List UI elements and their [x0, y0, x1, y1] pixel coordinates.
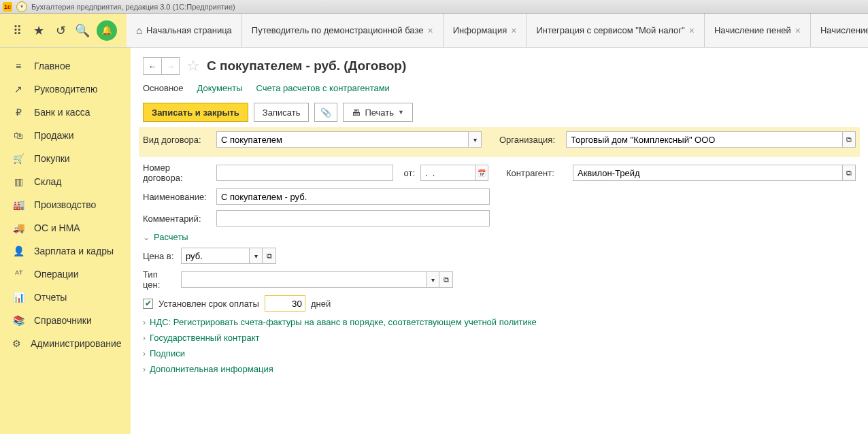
button-label: Печать [365, 107, 394, 118]
attach-button[interactable]: 📎 [314, 103, 337, 122]
sidebar-item-main[interactable]: ≡Главное [0, 54, 131, 78]
tab-info[interactable]: Информация × [444, 14, 527, 47]
sidebar-item-manager[interactable]: ↗Руководителю [0, 78, 131, 101]
label-number: Номер договора: [143, 163, 211, 183]
truck-icon: 🚚 [12, 222, 24, 233]
section-gov[interactable]: › Государственный контракт [143, 333, 856, 343]
comment-input[interactable] [216, 210, 490, 227]
chart-up-icon: ↗ [12, 84, 24, 95]
kind-input[interactable] [216, 131, 468, 148]
date-input[interactable] [420, 165, 475, 181]
history-icon[interactable]: ↺ [53, 23, 68, 38]
partner-input[interactable] [573, 165, 842, 181]
home-icon: ⌂ [136, 24, 142, 36]
term-set-checkbox[interactable]: ✔ [143, 299, 153, 309]
partner-select[interactable]: ⧉ [573, 165, 856, 181]
close-icon[interactable]: × [689, 25, 695, 36]
chevron-right-icon: › [143, 333, 146, 343]
factory-icon: 🏭 [12, 199, 24, 210]
tab-bar: ⌂ Начальная страница Путеводитель по дем… [127, 14, 868, 47]
tab-label: Путеводитель по демонстрационной базе [252, 25, 424, 35]
sidebar-item-bank[interactable]: ₽Банк и касса [0, 101, 131, 124]
sidebar-item-refs[interactable]: 📚Справочники [0, 309, 131, 332]
currency-select[interactable]: ▾ ⧉ [181, 248, 276, 264]
save-and-close-button[interactable]: Записать и закрыть [143, 103, 248, 122]
grid-icon[interactable]: ⠿ [10, 23, 24, 38]
kind-select[interactable]: ▾ [216, 131, 482, 148]
close-icon[interactable]: × [511, 25, 516, 36]
currency-input[interactable] [181, 248, 249, 264]
price-type-input[interactable] [181, 271, 426, 288]
label-price-in: Цена в: [143, 251, 176, 261]
sidebar-item-warehouse[interactable]: ▥Склад [0, 170, 131, 193]
date-field[interactable]: 📅 [420, 165, 488, 181]
open-icon[interactable]: ⧉ [263, 248, 276, 264]
sidebar-item-purchases[interactable]: 🛒Покупки [0, 147, 131, 170]
sidebar-label: Отчеты [34, 292, 67, 303]
titlebar: 1c ▾ Бухгалтерия предприятия, редакция 3… [0, 0, 868, 14]
boxes-icon: ▥ [12, 176, 24, 187]
sidebar-label: Администрирование [31, 338, 122, 349]
org-input[interactable] [566, 131, 842, 148]
app-title: Бухгалтерия предприятия, редакция 3.0 (1… [31, 3, 235, 11]
save-button[interactable]: Записать [254, 103, 310, 122]
ruble-icon: ₽ [12, 107, 24, 118]
term-days-input[interactable] [265, 295, 305, 312]
sidebar-item-salary[interactable]: 👤Зарплата и кадры [0, 239, 131, 263]
sidebar-label: Банк и касса [34, 107, 90, 118]
books-icon: 📚 [12, 315, 24, 326]
notifications-bell-icon[interactable]: 🔔 [97, 20, 117, 41]
sidebar-item-reports[interactable]: 📊Отчеты [0, 286, 131, 309]
tab-penalties-2[interactable]: Начисление пеней [811, 14, 868, 47]
chevron-down-icon[interactable]: ▾ [249, 248, 263, 264]
chevron-down-icon[interactable]: ▾ [468, 131, 482, 148]
sidebar: ≡Главное ↗Руководителю ₽Банк и касса 🛍Пр… [0, 48, 131, 434]
calendar-icon[interactable]: 📅 [475, 165, 488, 181]
subtab-main[interactable]: Основное [143, 83, 184, 93]
tab-penalties-1[interactable]: Начисление пеней × [705, 14, 811, 47]
section-nds[interactable]: › НДС: Регистрировать счета-фактуры на а… [143, 317, 856, 327]
close-icon[interactable]: × [428, 25, 433, 36]
subtab-accounts[interactable]: Счета расчетов с контрагентами [256, 83, 390, 93]
chevron-down-icon[interactable]: ▾ [426, 271, 439, 288]
section-extra[interactable]: › Дополнительная информация [143, 364, 856, 374]
sidebar-item-production[interactable]: 🏭Производство [0, 193, 131, 216]
tab-home[interactable]: ⌂ Начальная страница [127, 14, 242, 47]
document-title: С покупателем - руб. (Договор) [207, 59, 406, 73]
name-input[interactable] [216, 188, 490, 205]
app-menu-dropdown[interactable]: ▾ [16, 1, 27, 12]
sidebar-item-assets[interactable]: 🚚ОС и НМА [0, 216, 131, 239]
section-calc[interactable]: ⌄ Расчеты [143, 232, 856, 242]
section-label: Государственный контракт [150, 333, 259, 343]
star-icon[interactable]: ★ [31, 23, 46, 38]
org-select[interactable]: ⧉ [566, 131, 856, 148]
search-icon[interactable]: 🔍 [75, 23, 90, 38]
tab-guide[interactable]: Путеводитель по демонстрационной базе × [242, 14, 444, 47]
number-input[interactable] [216, 165, 393, 181]
open-icon[interactable]: ⧉ [842, 131, 856, 148]
tab-label: Начисление пеней [714, 25, 791, 35]
section-label: НДС: Регистрировать счета-фактуры на ава… [150, 317, 537, 327]
main-area: ≡Главное ↗Руководителю ₽Банк и касса 🛍Пр… [0, 48, 868, 434]
tab-integration[interactable]: Интеграция с сервисом "Мой налог" × [527, 14, 704, 47]
chevron-down-icon: ⌄ [143, 233, 150, 242]
forward-button[interactable]: → [161, 58, 179, 74]
price-type-select[interactable]: ▾ ⧉ [181, 271, 453, 288]
subtab-docs[interactable]: Документы [197, 83, 243, 93]
section-label: Дополнительная информация [150, 364, 273, 374]
top-toolbar: ⠿ ★ ↺ 🔍 🔔 ⌂ Начальная страница Путеводит… [0, 14, 868, 48]
section-sign[interactable]: › Подписи [143, 348, 856, 358]
button-label: Записать и закрыть [152, 107, 239, 118]
sidebar-item-operations[interactable]: ᴬᵀОперации [0, 263, 131, 286]
close-icon[interactable]: × [795, 25, 801, 36]
print-button[interactable]: 🖶Печать▼ [343, 103, 413, 122]
sidebar-item-sales[interactable]: 🛍Продажи [0, 124, 131, 147]
open-icon[interactable]: ⧉ [842, 165, 856, 181]
chevron-right-icon: › [143, 318, 146, 327]
open-icon[interactable]: ⧉ [439, 271, 453, 288]
favorite-star-icon[interactable]: ☆ [186, 57, 200, 75]
back-button[interactable]: ← [144, 58, 161, 74]
tab-label: Начальная страница [146, 25, 232, 35]
ops-icon: ᴬᵀ [12, 269, 24, 280]
sidebar-item-admin[interactable]: ⚙Администрирование [0, 332, 131, 355]
